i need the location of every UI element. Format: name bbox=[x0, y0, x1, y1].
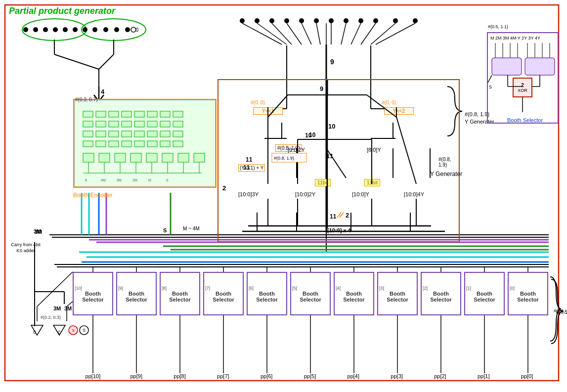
expr-9-0-2y: [9:0]2Y bbox=[288, 147, 305, 153]
xor-label: 2 bbox=[521, 83, 524, 88]
svg-text:C: C bbox=[58, 330, 61, 335]
pp-9: pp[9] bbox=[116, 373, 157, 379]
svg-rect-152 bbox=[178, 153, 189, 162]
svg-rect-143 bbox=[147, 141, 157, 147]
svg-point-25 bbox=[240, 18, 245, 23]
svg-text:C: C bbox=[33, 330, 37, 335]
svg-rect-136 bbox=[160, 131, 170, 137]
booth-encoder-label: Booth Encoder bbox=[73, 192, 112, 199]
svg-text:3M: 3M bbox=[53, 305, 61, 311]
svg-rect-121 bbox=[173, 111, 183, 117]
svg-text:3M: 3M bbox=[64, 305, 72, 311]
svg-rect-140 bbox=[109, 141, 119, 147]
svg-text:M ~ 4M: M ~ 4M bbox=[183, 226, 200, 231]
pp-6: pp[6] bbox=[246, 373, 287, 379]
badge-11bit-b: 11bit bbox=[364, 179, 380, 186]
svg-rect-127 bbox=[147, 121, 157, 127]
svg-point-3 bbox=[23, 27, 28, 32]
expr-10-0-y: [10:0]Y bbox=[352, 191, 369, 197]
svg-line-46 bbox=[351, 23, 361, 44]
svg-rect-114 bbox=[83, 111, 93, 117]
y-shift2-annotation: #(0, 0) bbox=[382, 100, 396, 105]
svg-line-45 bbox=[341, 23, 346, 44]
svg-rect-137 bbox=[173, 131, 183, 137]
svg-rect-151 bbox=[162, 153, 173, 162]
svg-point-28 bbox=[284, 18, 289, 23]
svg-line-40 bbox=[272, 23, 292, 44]
svg-rect-133 bbox=[122, 131, 131, 137]
svg-point-31 bbox=[329, 18, 334, 23]
y-shift1-annotation: #(0, 0) bbox=[251, 100, 265, 105]
pp-1: pp[1] bbox=[463, 373, 504, 379]
svg-rect-233 bbox=[525, 58, 555, 75]
svg-rect-129 bbox=[173, 121, 183, 127]
svg-rect-194 bbox=[272, 153, 306, 162]
svg-text:9: 9 bbox=[330, 58, 334, 66]
svg-text:2M: 2M bbox=[132, 178, 137, 182]
badge-11bit-a: 11bit bbox=[315, 179, 331, 186]
expr-8-0-y: [8:0]Y bbox=[367, 147, 381, 153]
node-10: 10 bbox=[305, 132, 311, 139]
svg-line-49 bbox=[376, 23, 415, 44]
svg-point-12 bbox=[114, 27, 119, 32]
svg-rect-139 bbox=[96, 141, 106, 147]
booth-selectors-row: [10] BoothSelector [9] BoothSelector [8]… bbox=[73, 272, 547, 321]
svg-text:S: S bbox=[83, 328, 86, 333]
booth-selector-8: [8] BoothSelector bbox=[160, 272, 200, 315]
node-9: 9 bbox=[320, 85, 323, 92]
y-generator-label: Y Generater bbox=[430, 171, 462, 177]
svg-marker-89 bbox=[31, 325, 43, 335]
svg-text:#(0.2, 0.3): #(0.2, 0.3) bbox=[41, 315, 61, 320]
booth-selector-1: [1] BoothSelector bbox=[464, 272, 505, 315]
svg-rect-146 bbox=[83, 153, 94, 162]
svg-point-1 bbox=[22, 19, 87, 41]
svg-point-9 bbox=[83, 27, 87, 32]
svg-line-42 bbox=[302, 23, 311, 44]
svg-rect-116 bbox=[109, 111, 119, 117]
svg-rect-118 bbox=[134, 111, 144, 117]
booth-selector-10: [10] BoothSelector bbox=[73, 272, 113, 315]
booth-selector-9: [9] BoothSelector bbox=[116, 272, 157, 315]
svg-text:11: 11 bbox=[246, 156, 253, 163]
svg-point-35 bbox=[393, 18, 398, 23]
svg-line-48 bbox=[371, 23, 395, 44]
pp-4: pp[4] bbox=[333, 373, 374, 379]
svg-point-36 bbox=[413, 18, 418, 23]
pp-7: pp[7] bbox=[203, 373, 243, 379]
svg-text:4: 4 bbox=[101, 88, 105, 95]
svg-rect-145 bbox=[173, 141, 183, 147]
svg-rect-120 bbox=[160, 111, 170, 117]
svg-rect-153 bbox=[194, 153, 205, 162]
booth-selector-top-box: M 2M 3M 4M Y 2Y 3Y 4Y #(0.5, 1.1) 2 XOR … bbox=[487, 32, 559, 124]
booth-selector-7: [7] BoothSelector bbox=[203, 272, 244, 315]
svg-point-29 bbox=[299, 18, 304, 23]
pp-2: pp[2] bbox=[420, 373, 461, 379]
svg-rect-128 bbox=[160, 121, 170, 127]
pp-8: pp[8] bbox=[160, 373, 200, 379]
svg-line-182 bbox=[396, 117, 416, 184]
pp-5: pp[5] bbox=[290, 373, 330, 379]
svg-point-34 bbox=[373, 18, 378, 23]
svg-rect-131 bbox=[96, 131, 106, 137]
svg-rect-138 bbox=[83, 141, 93, 147]
svg-text:11: 11 bbox=[330, 213, 337, 220]
svg-text:M: M bbox=[148, 178, 151, 182]
svg-text:3i: 3i bbox=[72, 329, 75, 332]
svg-rect-149 bbox=[131, 153, 141, 162]
svg-line-43 bbox=[316, 23, 320, 44]
svg-line-190 bbox=[337, 213, 341, 218]
svg-point-27 bbox=[269, 18, 274, 23]
booth-selector-5: [5] BoothSelector bbox=[290, 272, 331, 315]
xor-text: XOR bbox=[518, 88, 527, 93]
svg-text:3M: 3M bbox=[117, 178, 122, 182]
svg-point-4 bbox=[33, 27, 38, 32]
svg-point-5 bbox=[43, 27, 48, 32]
expr-10-0-2y: [10:0]2Y bbox=[295, 191, 315, 197]
svg-line-47 bbox=[361, 23, 376, 44]
booth-selector-4: [4] BoothSelector bbox=[334, 272, 374, 315]
svg-rect-124 bbox=[109, 121, 119, 127]
carry-label: Carry from 4bit KS adder bbox=[11, 242, 41, 254]
pp-0: pp[0] bbox=[507, 373, 547, 379]
svg-text:S: S bbox=[163, 227, 167, 233]
svg-point-15 bbox=[131, 27, 136, 32]
